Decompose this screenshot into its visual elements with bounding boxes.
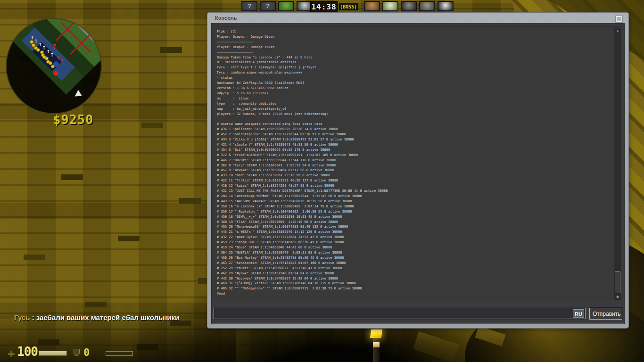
torch-band [373, 342, 380, 347]
console-input-wrap: RU [214, 308, 586, 319]
health-value: 100 [17, 345, 38, 359]
torch [373, 337, 380, 362]
scroll-up-icon[interactable]: ▲ [614, 28, 621, 33]
radar-question-mark: ? [52, 42, 56, 50]
chat-message: заебали ваших матерей ебал школьники [36, 313, 180, 321]
radar-t-label: T [35, 40, 37, 44]
ammo-bar [106, 351, 133, 356]
send-button[interactable]: Отправить [589, 308, 622, 320]
player-avatar: ? [260, 1, 276, 11]
chat-line: Гусь : заебали ваших матерей ебал школьн… [14, 313, 179, 321]
health-bar [39, 351, 67, 356]
radar-t-label: T [31, 36, 33, 40]
money-display: $9250 [53, 112, 93, 127]
player-avatar [401, 1, 417, 11]
radar-player-dot [36, 48, 40, 52]
player-avatar [419, 1, 435, 11]
keyboard-layout-badge[interactable]: RU [573, 309, 584, 318]
team-avatars-right [364, 1, 454, 11]
console-input-row: RU Отправить [214, 308, 622, 320]
radar-blue-dot [53, 61, 59, 67]
player-avatar [364, 1, 380, 11]
radar-t-label: T [47, 50, 50, 54]
scrollbar[interactable]: ▲ ◆ [614, 28, 621, 300]
player-avatar [382, 1, 398, 11]
round-timer-value: 14:38 [311, 2, 336, 11]
radar-question-mark: ? [60, 58, 64, 65]
game-screen: ?? 14:38 (BOSS) TTTTTT??? $9250 Гусь : з… [0, 0, 644, 362]
armor-value: 0 [83, 346, 90, 358]
player-avatar [278, 1, 294, 11]
console-title[interactable]: Консоль [215, 15, 237, 21]
player-avatar: ? [241, 1, 257, 11]
torch-flame-icon [370, 329, 383, 338]
restore-button[interactable] [616, 16, 622, 22]
scrollbar-thumb[interactable] [615, 272, 620, 293]
chat-author: Гусь [14, 313, 30, 321]
minimap-radar: TTTTTT??? [6, 18, 102, 114]
radar-question-mark: ? [57, 56, 60, 62]
radar-t-label: T [39, 43, 41, 47]
console-panel: Flak : [2] Player: Осирис - Damage Given… [211, 23, 625, 324]
player-avatar [438, 1, 454, 11]
console-output[interactable]: Flak : [2] Player: Осирис - Damage Given… [217, 29, 388, 296]
armor-shield-icon [74, 349, 80, 356]
console-window: Консоль Flak : [2] Player: Осирис - Dama… [207, 13, 628, 328]
console-command-input[interactable] [214, 308, 586, 319]
chat-separator: : [30, 313, 36, 321]
boss-badge: (BOSS) [339, 3, 358, 11]
team-avatars-left: ?? [241, 1, 313, 11]
console-output-area: Flak : [2] Player: Осирис - Damage Given… [214, 26, 622, 301]
radar-t-label: T [51, 53, 53, 58]
scroll-down-icon[interactable]: ◆ [614, 294, 621, 299]
health-cross-icon: ✚ [8, 349, 15, 360]
radar-pointer-icon [75, 90, 84, 99]
radar-t-label: T [43, 46, 45, 50]
